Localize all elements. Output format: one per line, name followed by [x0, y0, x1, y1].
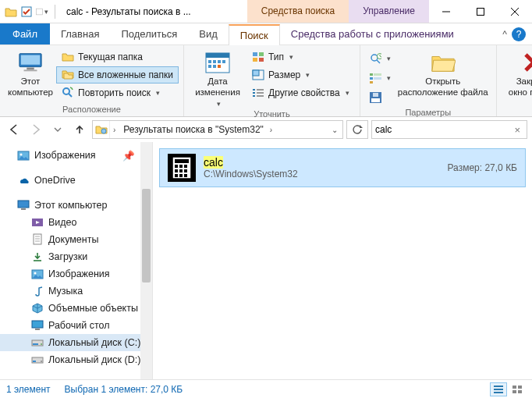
- svg-line-34: [377, 60, 380, 63]
- tab-view[interactable]: Вид: [188, 23, 229, 44]
- icons-view-button[interactable]: [509, 382, 526, 396]
- recent-icon: [369, 52, 381, 65]
- svg-rect-67: [33, 361, 36, 362]
- current-folder-button[interactable]: Текущая папка: [56, 48, 179, 66]
- all-subfolders-button[interactable]: Все вложенные папки: [56, 66, 179, 84]
- advanced-options-button[interactable]: [365, 69, 395, 87]
- type-button[interactable]: Тип: [246, 48, 355, 66]
- tab-home[interactable]: Главная: [50, 23, 110, 44]
- folders-icon: [62, 69, 74, 81]
- tree-downloads[interactable]: Загрузки: [0, 248, 152, 265]
- folder-icon: [5, 5, 17, 18]
- save-search-button[interactable]: [365, 89, 395, 106]
- group-options-label: Параметры: [365, 106, 491, 119]
- nav-tree[interactable]: Изображения 📌 OneDrive Этот компьютер Ви…: [0, 142, 153, 379]
- forward-button[interactable]: [27, 120, 45, 139]
- tree-scrollbar[interactable]: [140, 142, 152, 379]
- svg-rect-74: [175, 169, 178, 172]
- svg-rect-30: [257, 92, 264, 94]
- ribbon-collapse-icon[interactable]: ^: [502, 29, 507, 40]
- window-title: calc - Результаты поиска в ...: [63, 6, 247, 17]
- tab-search[interactable]: Поиск: [229, 24, 280, 45]
- other-props-button[interactable]: Другие свойства: [246, 84, 355, 101]
- search-input[interactable]: [375, 124, 511, 135]
- tree-desktop[interactable]: Рабочий стол: [0, 317, 152, 334]
- tree-3d-objects[interactable]: Объемные объекты: [0, 300, 152, 317]
- breadcrumb-text[interactable]: Результаты поиска в "System32": [123, 124, 264, 135]
- svg-rect-72: [179, 165, 183, 168]
- search-again-button[interactable]: Повторить поиск: [56, 84, 179, 101]
- drive-icon: [31, 336, 44, 349]
- svg-rect-29: [253, 92, 255, 94]
- history-dropdown[interactable]: [48, 120, 67, 139]
- svg-rect-40: [370, 77, 373, 80]
- contextual-manage[interactable]: Управление: [349, 0, 429, 23]
- ribbon: Этот компьютер Текущая папка Все вложенн…: [0, 45, 532, 117]
- svg-rect-22: [259, 52, 264, 56]
- title-bar: calc - Результаты поиска в ... Средства …: [0, 0, 532, 23]
- video-icon: [31, 216, 44, 229]
- tree-this-pc[interactable]: Этот компьютер: [0, 197, 152, 214]
- svg-rect-15: [213, 60, 216, 63]
- help-icon[interactable]: ?: [512, 27, 526, 41]
- svg-rect-17: [222, 60, 225, 63]
- svg-rect-78: [179, 174, 183, 177]
- svg-rect-16: [218, 60, 221, 63]
- tree-onedrive[interactable]: OneDrive: [0, 172, 152, 189]
- quick-access-toolbar: [0, 5, 63, 19]
- close-button[interactable]: [498, 0, 532, 23]
- tree-pictures[interactable]: Изображения: [0, 265, 152, 283]
- maximize-button[interactable]: [463, 0, 498, 23]
- qat-dropdown-icon[interactable]: [36, 5, 48, 18]
- clear-search-icon[interactable]: ×: [511, 124, 523, 136]
- svg-rect-62: [35, 329, 40, 330]
- pictures-icon: [31, 268, 44, 280]
- size-icon: [252, 69, 264, 81]
- svg-point-48: [101, 129, 106, 133]
- breadcrumb-bar[interactable]: › Результаты поиска в "System32"› ⌄: [92, 120, 343, 139]
- tree-documents[interactable]: Документы: [0, 231, 152, 248]
- tab-app-tools[interactable]: Средства работы с приложениями: [280, 23, 465, 44]
- svg-rect-28: [257, 89, 264, 91]
- back-button[interactable]: [5, 120, 23, 139]
- svg-rect-42: [370, 81, 373, 84]
- properties-checkbox-icon[interactable]: [20, 5, 33, 18]
- svg-rect-84: [518, 386, 522, 389]
- up-button[interactable]: [70, 120, 89, 139]
- svg-rect-75: [179, 169, 183, 172]
- svg-rect-73: [184, 165, 187, 168]
- open-file-location-button[interactable]: Открыть расположение файла: [395, 47, 491, 98]
- minimize-button[interactable]: [429, 0, 463, 23]
- results-pane[interactable]: calc C:\Windows\System32 Размер: 27,0 КБ: [153, 142, 532, 379]
- svg-rect-41: [374, 77, 381, 80]
- breadcrumb-chevron[interactable]: ›: [110, 126, 119, 134]
- close-search-button[interactable]: Закрыть окно поиска: [502, 47, 532, 98]
- tree-videos[interactable]: Видео: [0, 214, 152, 231]
- tree-music[interactable]: Музыка: [0, 283, 152, 300]
- this-pc-button[interactable]: Этот компьютер: [5, 47, 56, 98]
- tab-file[interactable]: Файл: [0, 23, 50, 44]
- tab-share[interactable]: Поделиться: [110, 23, 188, 44]
- svg-rect-24: [259, 58, 264, 62]
- cube-icon: [31, 302, 44, 314]
- refresh-button[interactable]: [346, 120, 368, 139]
- tree-drive-c[interactable]: Локальный диск (C:): [0, 334, 152, 351]
- scrollbar-thumb[interactable]: [142, 189, 151, 283]
- monitor-icon: [18, 50, 43, 75]
- calendar-icon: [205, 50, 230, 75]
- recent-searches-button[interactable]: [365, 50, 395, 67]
- svg-rect-21: [253, 52, 257, 56]
- status-bar: 1 элемент Выбран 1 элемент: 27,0 КБ: [0, 379, 532, 398]
- date-modified-button[interactable]: Дата изменения: [189, 47, 246, 108]
- svg-rect-44: [371, 98, 380, 102]
- search-result-item[interactable]: calc C:\Windows\System32 Размер: 27,0 КБ: [159, 148, 526, 187]
- group-options: Открыть расположение файла Параметры: [360, 45, 497, 116]
- details-view-button[interactable]: [490, 382, 507, 396]
- size-button[interactable]: Размер: [246, 66, 355, 84]
- tree-drive-d[interactable]: Локальный диск (D:): [0, 351, 152, 368]
- onedrive-icon: [17, 174, 30, 187]
- search-box[interactable]: ×: [371, 120, 527, 139]
- breadcrumb-dropdown[interactable]: ⌄: [328, 126, 342, 134]
- tree-pictures-quick[interactable]: Изображения 📌: [0, 147, 152, 164]
- contextual-search-tools[interactable]: Средства поиска: [247, 0, 349, 23]
